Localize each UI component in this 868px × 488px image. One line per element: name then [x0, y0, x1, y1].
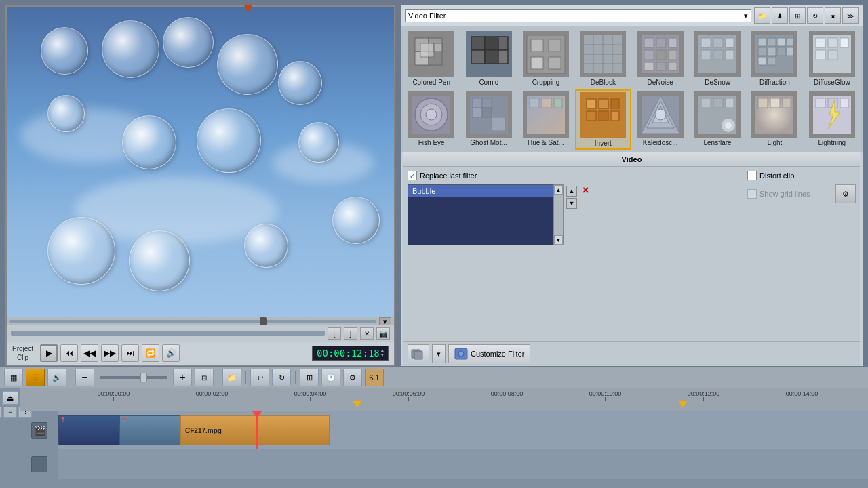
eject-button[interactable]: ⏏ [2, 391, 18, 405]
zoom-track[interactable] [100, 376, 167, 379]
filter-more-button[interactable]: ≫ [842, 7, 859, 24]
distort-clip-label: Distort clip [760, 171, 794, 180]
filter-item-cropping[interactable]: Cropping [518, 29, 574, 88]
filter-item-ghost-motion[interactable]: Ghost Mot... [460, 89, 516, 150]
filter-star-button[interactable]: ★ [825, 7, 841, 24]
scroll-up-arrow[interactable]: ▲ [554, 185, 563, 195]
clip-delete-button[interactable]: ✕ [360, 327, 374, 340]
playhead[interactable] [256, 411, 258, 449]
audio-track-header: 🎵 [20, 449, 58, 479]
timeline-tool-1[interactable]: 📁 [222, 369, 241, 386]
scroll-down-arrow[interactable]: ▼ [554, 235, 563, 245]
filter-folder-button[interactable]: 📁 [754, 7, 770, 24]
timeline-tool-3[interactable]: ↻ [272, 369, 291, 386]
next-button[interactable]: ⏭ [121, 344, 139, 362]
applied-filter-list[interactable]: Bubble [408, 184, 553, 245]
filter-list-bubble-item[interactable]: Bubble [408, 185, 553, 197]
svg-rect-33 [669, 62, 677, 70]
add-track-button[interactable]: + [0, 407, 2, 418]
filter-item-colored-pen[interactable]: Colored Pen [403, 29, 459, 88]
filter-item-lightning[interactable]: Lightning [804, 89, 860, 150]
filter-preset-button[interactable] [408, 344, 429, 363]
scrubber-dropdown-button[interactable]: ▾ [379, 317, 391, 325]
replace-filter-row: ✓ Replace last filter [408, 171, 742, 180]
filter-type-dropdown[interactable]: Video Filter ▾ [405, 9, 751, 22]
timeline-audio-button[interactable]: 🔊 [47, 369, 66, 386]
warning-markers-row [20, 403, 868, 411]
filter-move-down[interactable]: ▼ [566, 198, 577, 209]
fit-timeline-button[interactable]: ⊡ [195, 369, 214, 386]
filter-item-fisheye[interactable]: Fish Eye [403, 89, 459, 150]
comic-thumb [466, 31, 512, 77]
show-grid-checkbox[interactable] [747, 189, 757, 199]
filter-item-kaleidoscope[interactable]: Kaleidosc... [633, 89, 688, 150]
track-minus-button[interactable]: − [3, 407, 17, 418]
play-button[interactable]: ▶ [40, 344, 58, 362]
clip-trim-right[interactable]: ] [344, 327, 357, 340]
filter-item-comic[interactable]: Comic [460, 29, 516, 88]
svg-rect-7 [485, 37, 498, 50]
main-clip-block[interactable]: CF217.mpg [180, 415, 330, 445]
filter-item-deblock[interactable]: DeBlock [575, 29, 631, 88]
timeline-view-button-2[interactable]: ☰ [26, 369, 45, 386]
filter-item-diffraction[interactable]: Diffraction [747, 29, 802, 88]
rewind-button[interactable]: ◀◀ [81, 344, 98, 362]
scrubber-track[interactable] [9, 320, 376, 323]
timeline-tool-2[interactable]: ↩ [250, 369, 269, 386]
svg-rect-13 [531, 39, 543, 52]
timeline-view-button-1[interactable]: ▦ [4, 369, 23, 386]
timecode-down[interactable]: ▼ [381, 353, 384, 358]
timeline-ruler: 00:00:00:00 00:00:02:00 00:00:04:00 00:0… [20, 388, 868, 403]
zoom-out-button[interactable]: − [75, 369, 94, 386]
comic-label: Comic [479, 79, 498, 86]
settings-right: Distort clip Show grid lines ⚙ [747, 171, 856, 337]
timeline-tool-6[interactable]: ⚙ [343, 369, 362, 386]
timeline-tool-7[interactable]: 6.1 [365, 369, 384, 386]
audio-track-icon: 🎵 [31, 456, 47, 472]
filter-item-invert[interactable]: Invert [575, 89, 631, 150]
filter-item-light[interactable]: Light [747, 89, 802, 150]
filter-item-denoise[interactable]: DeNoise [633, 29, 688, 88]
clip-block-1[interactable]: 📍 [58, 415, 119, 445]
video-settings-body: ✓ Replace last filter Bubble ▲ ▼ [403, 167, 860, 341]
filter-item-desnow[interactable]: DeSnow [690, 29, 745, 88]
repeat-button[interactable]: 🔁 [142, 344, 159, 362]
filter-list-scrollbar[interactable]: ▲ ▼ [553, 184, 564, 245]
zoom-slider[interactable] [100, 376, 167, 379]
svg-rect-42 [758, 38, 766, 46]
filter-dropdown-button[interactable]: ▾ [432, 344, 446, 363]
snapshot-button[interactable]: 📷 [376, 327, 390, 340]
filter-grid-button[interactable]: ⊞ [789, 7, 806, 24]
zoom-handle[interactable] [140, 373, 147, 382]
volume-button[interactable]: 🔊 [162, 344, 180, 362]
filter-move-up[interactable]: ▲ [566, 186, 577, 197]
svg-rect-64 [482, 98, 492, 108]
svg-point-101 [458, 351, 464, 357]
prev-button[interactable]: ⏮ [60, 344, 78, 362]
filter-refresh-button[interactable]: ↻ [807, 7, 823, 24]
cropping-label: Cropping [532, 79, 560, 86]
clip-trim-left[interactable]: [ [328, 327, 341, 340]
diffuseglow-label: DiffuseGlow [814, 79, 850, 86]
gear-button[interactable]: ⚙ [835, 184, 856, 203]
kaleidoscope-label: Kaleidosc... [643, 139, 678, 146]
delete-filter-button[interactable]: × [583, 184, 589, 197]
svg-rect-77 [599, 111, 608, 121]
fast-forward-button[interactable]: ▶▶ [101, 344, 119, 362]
filter-item-lensflare[interactable]: Lensflare [690, 89, 745, 150]
distort-clip-checkbox[interactable] [747, 171, 757, 180]
replace-filter-checkbox[interactable]: ✓ [408, 171, 417, 180]
clip-thumb-2: 📍 [119, 415, 180, 445]
timeline-tool-4[interactable]: ⊞ [300, 369, 319, 386]
zoom-in-button[interactable]: + [173, 369, 192, 386]
timeline-tool-5[interactable]: 🕐 [321, 369, 340, 386]
video-track-header: 🎬 [20, 411, 58, 449]
scrubber-handle[interactable] [260, 317, 267, 325]
filter-item-diffuseglow[interactable]: DiffuseGlow [804, 29, 860, 88]
customize-filter-button[interactable]: Customize Filter [448, 344, 530, 363]
clip-block-2[interactable]: 📍 [119, 415, 180, 445]
svg-rect-74 [599, 99, 608, 108]
filter-import-button[interactable]: ⬇ [772, 7, 788, 24]
video-scrubber[interactable]: ▾ [7, 317, 394, 325]
filter-item-hue-sat[interactable]: Hue & Sat... [518, 89, 574, 150]
